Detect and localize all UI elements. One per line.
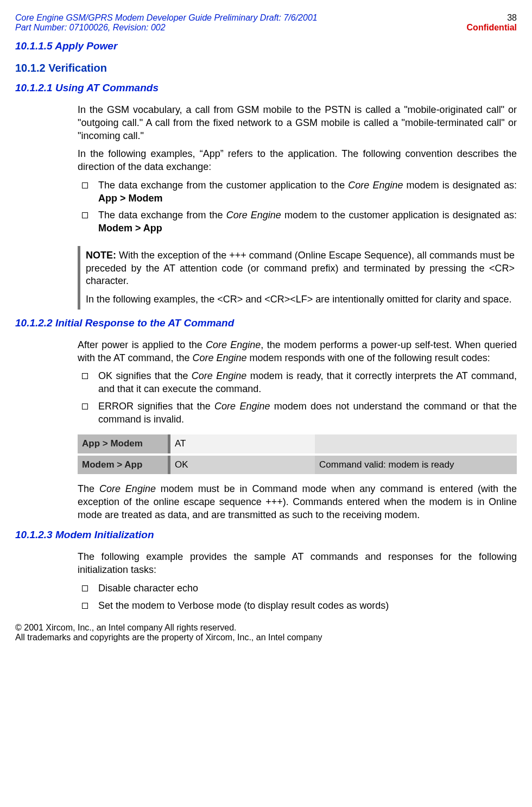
product-name: Core Engine — [214, 401, 270, 412]
section-using-at: In the GSM vocabulary, a call from GSM m… — [78, 104, 517, 310]
bullet-list: OK signifies that the Core Engine modem … — [78, 370, 517, 426]
direction-label: App > Modem — [98, 193, 163, 204]
result-cell: Command valid: modem is ready — [315, 456, 517, 474]
command-cell: AT — [170, 434, 315, 453]
table-row: Modem > App OK Command valid: modem is r… — [78, 456, 517, 474]
list-item: OK signifies that the Core Engine modem … — [94, 370, 517, 396]
header-title: Core Engine GSM/GPRS Modem Developer Gui… — [15, 13, 318, 23]
heading-using-at: 10.1.2.1 Using AT Commands — [15, 82, 517, 94]
header-left: Core Engine GSM/GPRS Modem Developer Gui… — [15, 13, 318, 33]
heading-initial-response: 10.1.2.2 Initial Response to the AT Comm… — [15, 317, 517, 329]
bullet-list: The data exchange from the customer appl… — [78, 179, 517, 235]
heading-modem-init: 10.1.2.3 Modem Initialization — [15, 529, 517, 541]
note-body: With the exception of the +++ command (O… — [86, 250, 515, 287]
header-right: 38 Confidential — [467, 13, 517, 33]
page-header: Core Engine GSM/GPRS Modem Developer Gui… — [15, 13, 517, 33]
text: The data exchange from the customer appl… — [98, 180, 348, 191]
text: modem is designated as: — [403, 180, 517, 191]
paragraph: In the GSM vocabulary, a call from GSM m… — [78, 104, 517, 142]
product-name: Core Engine — [99, 483, 156, 494]
text: The data exchange from the — [98, 210, 226, 220]
list-item: ERROR signifies that the Core Engine mod… — [94, 400, 517, 426]
list-item: Set the modem to Verbose mode (to displa… — [94, 600, 517, 613]
product-name: Core Engine — [348, 180, 403, 191]
direction-cell: Modem > App — [78, 456, 170, 474]
document-page: Core Engine GSM/GPRS Modem Developer Gui… — [0, 0, 532, 653]
bullet-list: Disable character echo Set the modem to … — [78, 582, 517, 613]
confidential-label: Confidential — [467, 23, 517, 33]
text: After power is applied to the — [78, 339, 206, 350]
note-paragraph: NOTE: With the exception of the +++ comm… — [86, 249, 515, 288]
heading-apply-power: 10.1.1.5 Apply Power — [15, 40, 517, 52]
direction-label: Modem > App — [98, 223, 162, 234]
product-name: Core Engine — [206, 339, 261, 350]
direction-cell: App > Modem — [78, 434, 170, 453]
page-footer: © 2001 Xircom, Inc., an Intel company Al… — [15, 623, 517, 642]
trademark-line: All trademarks and copyrights are the pr… — [15, 633, 517, 642]
text: ERROR signifies that the — [98, 401, 214, 412]
paragraph: After power is applied to the Core Engin… — [78, 339, 517, 365]
text: OK signifies that the — [98, 370, 192, 381]
text: modem to the customer application is des… — [281, 210, 517, 220]
section-initial-response: After power is applied to the Core Engin… — [78, 339, 517, 522]
list-item: Disable character echo — [94, 582, 517, 595]
paragraph: The Core Engine modem must be in Command… — [78, 483, 517, 521]
list-item: The data exchange from the customer appl… — [94, 179, 517, 205]
note-block: NOTE: With the exception of the +++ comm… — [78, 246, 517, 310]
copyright-line: © 2001 Xircom, Inc., an Intel company Al… — [15, 623, 517, 633]
product-name: Core Engine — [226, 210, 281, 220]
list-item: The data exchange from the Core Engine m… — [94, 209, 517, 235]
at-command-table: App > Modem AT Modem > App OK Command va… — [78, 432, 517, 476]
paragraph: In the following examples, “App” refers … — [78, 148, 517, 174]
text: The — [78, 483, 99, 494]
text: modem responds with one of the following… — [247, 352, 490, 363]
paragraph: The following example provides the sampl… — [78, 551, 517, 577]
header-partnum: Part Number: 07100026, Revision: 002 — [15, 23, 318, 33]
product-name: Core Engine — [192, 352, 246, 363]
note-label: NOTE: — [86, 250, 116, 261]
note-paragraph: In the following examples, the <CR> and … — [86, 293, 515, 306]
result-cell — [315, 434, 517, 453]
heading-verification: 10.1.2 Verification — [15, 62, 517, 74]
table-row: App > Modem AT — [78, 434, 517, 453]
product-name: Core Engine — [192, 370, 247, 381]
command-cell: OK — [170, 456, 315, 474]
section-modem-init: The following example provides the sampl… — [78, 551, 517, 612]
page-number: 38 — [467, 13, 517, 23]
